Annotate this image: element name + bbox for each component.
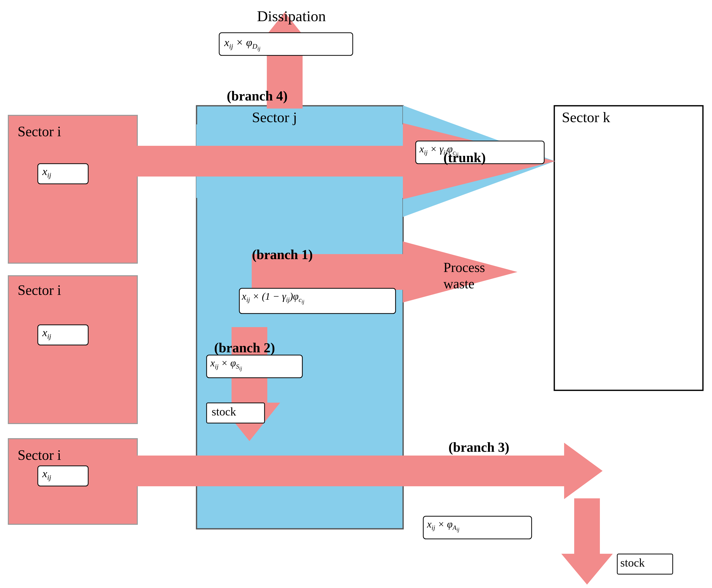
branch2-stock: stock [212, 405, 236, 418]
branch1-formula: xij × (1 − γij)φcij [242, 290, 304, 305]
xij-bot: xij [42, 467, 51, 482]
branch2-formula: xij × φSij [210, 357, 242, 372]
diagram-svg [0, 0, 712, 588]
dissipation-label: Dissipation [257, 7, 326, 25]
svg-rect-3 [197, 106, 403, 529]
sector-k-label: Sector k [562, 109, 610, 126]
sector-i-mid-label: Sector i [18, 282, 61, 298]
sector-j-label: Sector j [252, 109, 297, 126]
xij-mid: xij [42, 326, 51, 340]
branch4-formula: xij × φDij [224, 36, 261, 51]
branch1-label: (branch 1) [252, 247, 313, 262]
branch3-stock: stock [620, 556, 645, 569]
svg-rect-4 [554, 106, 703, 390]
sector-i-top-label: Sector i [18, 123, 61, 140]
branch4-label: (branch 4) [227, 88, 288, 104]
branch3-formula: xij × φAij [427, 518, 459, 532]
trunk-formula: xij × γijφcij [420, 143, 458, 158]
svg-marker-5 [197, 106, 554, 216]
svg-marker-9 [50, 443, 602, 499]
xij-top: xij [42, 165, 51, 179]
diagram-container: Dissipation (branch 4) xij × φDij Sector… [0, 0, 712, 588]
sector-i-bot-label: Sector i [18, 447, 61, 463]
branch3-label: (branch 3) [448, 439, 509, 455]
process-waste-label: Processwaste [443, 259, 485, 292]
svg-marker-10 [562, 499, 612, 584]
branch2-label: (branch 2) [214, 340, 275, 356]
